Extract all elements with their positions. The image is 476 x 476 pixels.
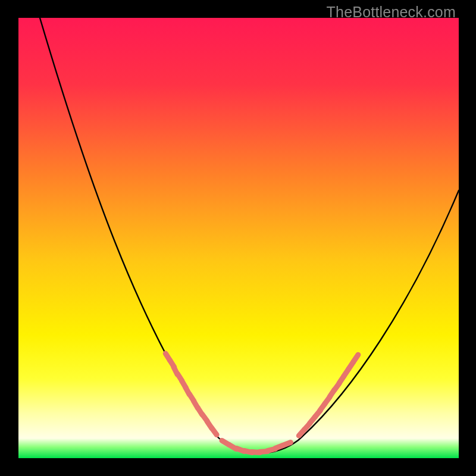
- marker-group: [165, 353, 358, 452]
- curve-marker: [212, 428, 217, 434]
- curve-marker: [283, 442, 290, 445]
- bottleneck-curve: [40, 18, 459, 453]
- chart-plot-area: [18, 18, 459, 458]
- chart-svg: [18, 18, 459, 458]
- curve-marker: [353, 355, 358, 362]
